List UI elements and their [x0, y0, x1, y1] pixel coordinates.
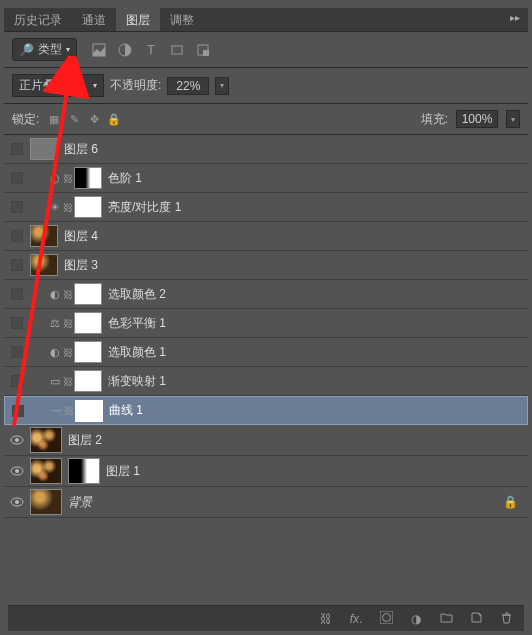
- collapse-icon[interactable]: ▸▸: [502, 8, 528, 31]
- layer-name[interactable]: 色彩平衡 1: [108, 315, 166, 332]
- visibility-toggle[interactable]: [4, 288, 30, 300]
- layer-thumbnail[interactable]: [30, 458, 62, 484]
- visibility-toggle[interactable]: [4, 143, 30, 155]
- tab-channels[interactable]: 通道: [72, 8, 116, 31]
- layer-row[interactable]: ▭ ⛓ 渐变映射 1: [4, 367, 528, 396]
- adjustment-icon: ◐: [48, 287, 62, 301]
- layer-row[interactable]: 图层 4: [4, 222, 528, 251]
- layer-name[interactable]: 选取颜色 1: [108, 344, 166, 361]
- adjustment-icon: ☀: [48, 200, 62, 214]
- lock-pixels-icon[interactable]: ✎: [67, 112, 81, 126]
- layer-name[interactable]: 图层 6: [64, 141, 98, 158]
- mask-thumbnail[interactable]: [74, 196, 102, 218]
- layer-row[interactable]: 背景 🔒: [4, 487, 528, 518]
- visibility-toggle[interactable]: [4, 497, 30, 507]
- layer-name[interactable]: 渐变映射 1: [108, 373, 166, 390]
- fill-input[interactable]: 100%: [456, 110, 498, 128]
- fill-stepper[interactable]: ▾: [506, 110, 520, 128]
- layer-row[interactable]: ◐ ⛓ 色阶 1: [4, 164, 528, 193]
- adjustment-icon: ▭: [48, 374, 62, 388]
- visibility-toggle[interactable]: [4, 172, 30, 184]
- layer-row[interactable]: 〰 ⛓ 曲线 1: [4, 396, 528, 425]
- visibility-toggle[interactable]: [4, 435, 30, 445]
- add-mask-icon[interactable]: [378, 611, 394, 627]
- blend-mode-dropdown[interactable]: 正片叠底 ▾: [12, 74, 104, 97]
- tab-layers[interactable]: 图层: [116, 8, 160, 31]
- layer-name[interactable]: 选取颜色 2: [108, 286, 166, 303]
- link-icon[interactable]: ⛓: [62, 173, 74, 184]
- layer-row[interactable]: ⚖ ⛓ 色彩平衡 1: [4, 309, 528, 338]
- visibility-toggle[interactable]: [4, 375, 30, 387]
- mask-thumbnail[interactable]: [74, 370, 102, 392]
- mask-thumbnail[interactable]: [74, 167, 102, 189]
- filter-kind-dropdown[interactable]: 🔎 类型 ▾: [12, 38, 77, 61]
- layer-thumbnail[interactable]: [30, 225, 58, 247]
- mask-thumbnail[interactable]: [74, 341, 102, 363]
- layer-row[interactable]: ◐ ⛓ 选取颜色 2: [4, 280, 528, 309]
- layers-list: 图层 6 ◐ ⛓ 色阶 1 ☀ ⛓ 亮度/对比度 1 图层 4 图层 3: [4, 135, 528, 518]
- layer-name[interactable]: 图层 2: [68, 432, 102, 449]
- mask-thumbnail[interactable]: [74, 312, 102, 334]
- layer-thumbnail[interactable]: [30, 138, 58, 160]
- visibility-toggle[interactable]: [4, 317, 30, 329]
- layer-name[interactable]: 亮度/对比度 1: [108, 199, 181, 216]
- tab-adjustments[interactable]: 调整: [160, 8, 204, 31]
- filter-pixel-icon[interactable]: [91, 42, 107, 58]
- mask-thumbnail[interactable]: [75, 400, 103, 422]
- layer-row[interactable]: ◐ ⛓ 选取颜色 1: [4, 338, 528, 367]
- layer-row[interactable]: 图层 2: [4, 425, 528, 456]
- svg-point-12: [382, 613, 390, 621]
- tab-history[interactable]: 历史记录: [4, 8, 72, 31]
- adjustment-icon: ◐: [48, 171, 62, 185]
- mask-thumbnail[interactable]: [74, 283, 102, 305]
- layer-row[interactable]: ☀ ⛓ 亮度/对比度 1: [4, 193, 528, 222]
- filter-type-icon[interactable]: T: [143, 42, 159, 58]
- link-icon[interactable]: ⛓: [62, 289, 74, 300]
- search-icon: 🔎: [19, 43, 34, 57]
- layer-thumbnail[interactable]: [30, 489, 62, 515]
- opacity-input[interactable]: 22%: [167, 77, 209, 95]
- lock-all-icon[interactable]: 🔒: [107, 112, 121, 126]
- layer-name[interactable]: 图层 1: [106, 463, 140, 480]
- delete-layer-icon[interactable]: [498, 611, 514, 627]
- link-icon[interactable]: ⛓: [62, 376, 74, 387]
- blend-mode-value: 正片叠底: [19, 77, 67, 94]
- layer-name[interactable]: 图层 3: [64, 257, 98, 274]
- lock-transparent-icon[interactable]: ▦: [47, 112, 61, 126]
- visibility-toggle[interactable]: [4, 201, 30, 213]
- fx-icon[interactable]: fx.: [348, 612, 364, 626]
- visibility-toggle[interactable]: [4, 466, 30, 476]
- caret-down-icon: ▾: [66, 45, 70, 54]
- visibility-toggle[interactable]: [4, 230, 30, 242]
- layer-row[interactable]: 图层 6: [4, 135, 528, 164]
- link-layers-icon[interactable]: ⛓: [318, 612, 334, 626]
- opacity-stepper[interactable]: ▾: [215, 77, 229, 95]
- link-icon[interactable]: ⛓: [62, 318, 74, 329]
- new-adjustment-icon[interactable]: ◑: [408, 612, 424, 626]
- layer-name[interactable]: 背景: [68, 494, 92, 511]
- filter-shape-icon[interactable]: [169, 42, 185, 58]
- adjustment-icon: ◐: [48, 345, 62, 359]
- layer-row[interactable]: 图层 1: [4, 456, 528, 487]
- layer-thumbnail[interactable]: [30, 254, 58, 276]
- layer-row[interactable]: 图层 3: [4, 251, 528, 280]
- layer-name[interactable]: 图层 4: [64, 228, 98, 245]
- layer-thumbnail[interactable]: [30, 427, 62, 453]
- link-icon[interactable]: ⛓: [62, 202, 74, 213]
- lock-label: 锁定:: [12, 111, 39, 128]
- visibility-toggle[interactable]: [4, 346, 30, 358]
- mask-thumbnail[interactable]: [68, 458, 100, 484]
- visibility-toggle[interactable]: [5, 405, 31, 417]
- link-icon[interactable]: ⛓: [63, 405, 75, 416]
- layer-name[interactable]: 色阶 1: [108, 170, 142, 187]
- visibility-toggle[interactable]: [4, 259, 30, 271]
- layer-name[interactable]: 曲线 1: [109, 402, 143, 419]
- lock-row: 锁定: ▦ ✎ ✥ 🔒 填充: 100% ▾: [4, 104, 528, 135]
- link-icon[interactable]: ⛓: [62, 347, 74, 358]
- new-group-icon[interactable]: [438, 611, 454, 627]
- filter-smartobject-icon[interactable]: [195, 42, 211, 58]
- new-layer-icon[interactable]: [468, 611, 484, 627]
- lock-position-icon[interactable]: ✥: [87, 112, 101, 126]
- svg-rect-11: [380, 611, 393, 624]
- filter-adjustment-icon[interactable]: [117, 42, 133, 58]
